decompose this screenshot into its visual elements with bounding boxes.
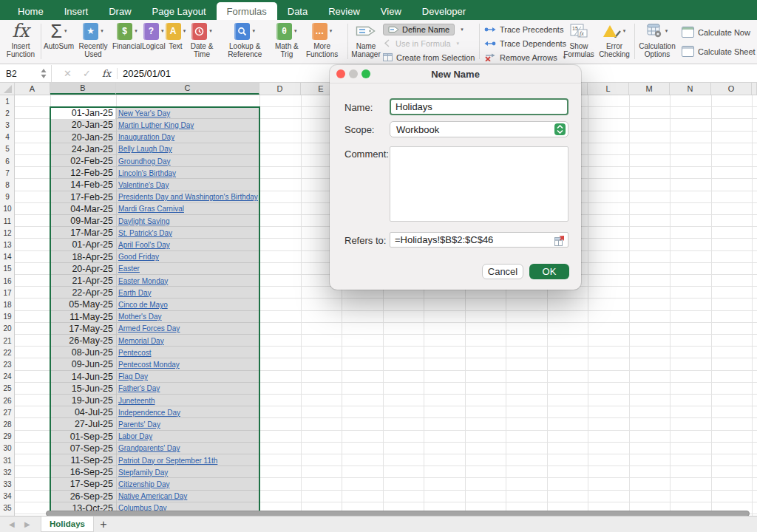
confirm-entry-icon[interactable]: ✓ (83, 65, 91, 82)
scope-dropdown[interactable]: Workbook (390, 121, 568, 137)
date-cell[interactable]: 27-Jul-25 (50, 418, 113, 430)
row-number[interactable]: 4 (0, 132, 15, 143)
holiday-link[interactable]: Pentecost Monday (118, 358, 180, 370)
zoom-icon[interactable] (361, 69, 370, 78)
lookup-reference-button[interactable]: ▾Lookup & Reference (218, 22, 272, 58)
date-cell[interactable]: 08-Jun-25 (50, 347, 113, 358)
holiday-link[interactable]: Martin Luther King Day (118, 119, 194, 131)
holiday-link[interactable]: Labor Day (118, 431, 152, 443)
column-header-D[interactable]: D (259, 83, 301, 95)
row-number[interactable]: 18 (0, 299, 15, 310)
column-header-B[interactable]: B (50, 83, 116, 95)
row-number[interactable]: 1 (0, 95, 15, 107)
date-cell[interactable]: 20-Jan-25 (50, 119, 113, 131)
row-number[interactable]: 23 (0, 358, 15, 370)
row-number[interactable]: 26 (0, 395, 15, 406)
ribbon-tab-review[interactable]: Review (318, 2, 370, 20)
date-cell[interactable]: 22-Apr-25 (50, 287, 113, 299)
holiday-link[interactable]: Grandparents' Day (118, 443, 180, 454)
date-cell[interactable]: 01-Jan-25 (50, 107, 113, 119)
row-number[interactable]: 6 (0, 155, 15, 167)
select-all-corner[interactable] (0, 83, 15, 95)
row-number[interactable]: 2 (0, 107, 15, 119)
row-number[interactable]: 16 (0, 275, 15, 287)
row-number[interactable]: 9 (0, 191, 15, 203)
date-cell[interactable]: 09-Jun-25 (50, 358, 113, 370)
column-header-A[interactable]: A (15, 83, 50, 95)
row-number[interactable]: 13 (0, 239, 15, 250)
holiday-link[interactable]: Memorial Day (118, 335, 164, 347)
date-cell[interactable]: 18-Apr-25 (50, 251, 113, 263)
cancel-button[interactable]: Cancel (482, 264, 523, 279)
date-cell[interactable]: 17-Feb-25 (50, 191, 113, 203)
date-cell[interactable]: 05-May-25 (50, 299, 113, 310)
calculation-options-button[interactable]: ▾ Calculation Options (637, 22, 677, 58)
formula-bar-value[interactable]: 2025/01/01 (123, 65, 171, 82)
lookup-reference-dropdown[interactable]: ▾ (252, 28, 255, 34)
holiday-link[interactable]: Pentecost (118, 347, 151, 358)
date-cell[interactable]: 09-Mar-25 (50, 215, 113, 227)
row-number[interactable]: 15 (0, 263, 15, 275)
row-number[interactable]: 34 (0, 491, 15, 502)
holiday-link[interactable]: Mardi Gras Carnival (118, 203, 184, 215)
holiday-link[interactable]: Citizenship Day (118, 478, 169, 490)
holiday-link[interactable]: Flag Day (118, 371, 148, 383)
row-number[interactable]: 20 (0, 323, 15, 335)
calculate-sheet-button[interactable]: Calculate Sheet (682, 44, 756, 58)
row-number[interactable]: 25 (0, 383, 15, 395)
remove-arrows-button[interactable]: Remove Arrows ▾ (484, 50, 566, 64)
recently-used-dropdown[interactable]: ▾ (101, 28, 103, 34)
define-name-dropdown[interactable]: ▾ (461, 27, 464, 33)
cancel-entry-icon[interactable]: ✕ (64, 65, 72, 82)
holiday-link[interactable]: Easter (118, 263, 140, 275)
holiday-link[interactable]: New Year's Day (118, 107, 170, 119)
row-number[interactable]: 12 (0, 227, 15, 239)
ribbon-tab-home[interactable]: Home (7, 2, 54, 20)
financial-button[interactable]: $▾Financial (112, 22, 142, 58)
holiday-link[interactable]: Armed Forces Day (118, 323, 180, 335)
ribbon-tab-insert[interactable]: Insert (54, 2, 99, 20)
ribbon-tab-developer[interactable]: Developer (412, 2, 476, 20)
date-cell[interactable]: 20-Apr-25 (50, 263, 113, 275)
date-cell[interactable]: 11-May-25 (50, 311, 113, 323)
row-number[interactable]: 14 (0, 251, 15, 263)
row-number[interactable]: 27 (0, 406, 15, 418)
date-cell[interactable]: 01-Apr-25 (50, 239, 113, 250)
more-functions-button[interactable]: …▾More Functions (302, 22, 342, 58)
insert-function-icon[interactable]: fx (102, 65, 111, 82)
row-number[interactable]: 10 (0, 203, 15, 215)
row-number[interactable]: 32 (0, 466, 15, 478)
trace-precedents-button[interactable]: Trace Precedents (484, 22, 566, 36)
holiday-link[interactable]: Stepfamily Day (118, 466, 168, 478)
holiday-link[interactable]: Father's Day (118, 383, 160, 395)
logical-dropdown[interactable]: ▾ (161, 28, 164, 34)
row-number[interactable]: 21 (0, 335, 15, 347)
date-cell[interactable]: 19-Jun-25 (50, 395, 113, 406)
close-icon[interactable] (336, 69, 345, 78)
date-cell[interactable]: 14-Jun-25 (50, 371, 113, 383)
date-cell[interactable]: 17-May-25 (50, 323, 113, 335)
date-time-dropdown[interactable]: ▾ (209, 28, 212, 34)
recently-used-button[interactable]: ★▾Recently Used (74, 22, 112, 58)
row-number[interactable]: 33 (0, 478, 15, 490)
holiday-link[interactable]: Parents' Day (118, 418, 160, 430)
name-manager-button[interactable]: Name Manager (350, 22, 382, 58)
date-cell[interactable]: 01-Sep-25 (50, 431, 113, 443)
holiday-link[interactable]: Daylight Saving (118, 215, 169, 227)
holiday-link[interactable]: Lincoln's Birthday (118, 167, 176, 179)
date-cell[interactable]: 11-Sep-25 (50, 454, 113, 466)
holiday-link[interactable]: Cinco de Mayo (118, 299, 168, 310)
date-cell[interactable]: 14-Feb-25 (50, 179, 113, 191)
error-checking-button[interactable]: ▾ Error Checking (596, 22, 633, 58)
date-cell[interactable]: 21-Apr-25 (50, 275, 113, 287)
row-number[interactable]: 5 (0, 143, 15, 155)
date-cell[interactable]: 02-Feb-25 (50, 155, 113, 167)
row-number[interactable]: 24 (0, 371, 15, 383)
row-number[interactable]: 3 (0, 119, 15, 131)
date-cell[interactable]: 15-Jun-25 (50, 383, 113, 395)
autosum-dropdown[interactable]: ▾ (64, 28, 67, 34)
row-number[interactable]: 19 (0, 311, 15, 323)
define-name-button[interactable]: Define Name (383, 24, 455, 35)
range-selector-icon[interactable] (554, 235, 566, 248)
sheet-tab-holidays[interactable]: Holidays (41, 516, 94, 532)
